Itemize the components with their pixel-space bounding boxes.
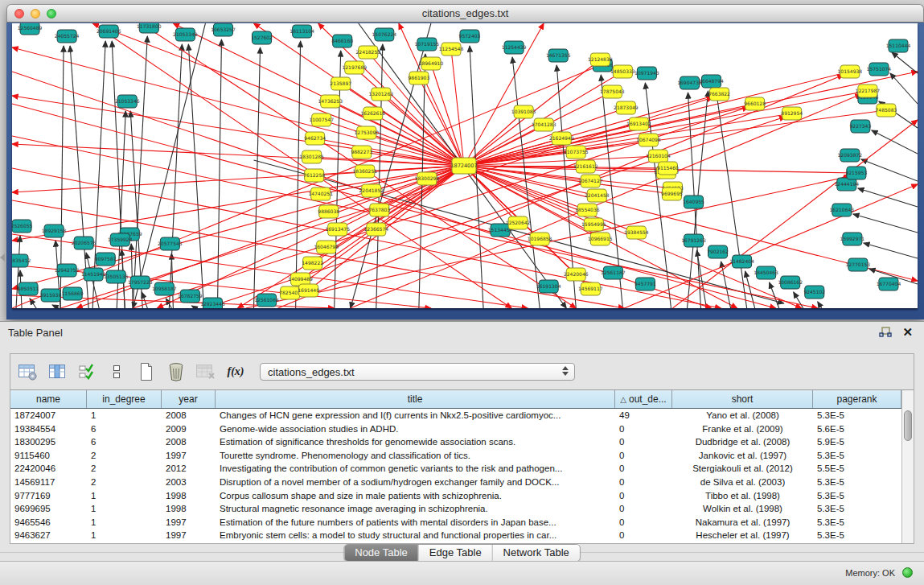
graph-node[interactable]: 12923446: [200, 298, 225, 308]
graph-edge[interactable]: [697, 250, 707, 308]
network-canvas[interactable]: 1256048924055724206914061173180021053349…: [12, 23, 918, 308]
graph-node[interactable]: 18301285: [299, 150, 324, 163]
tab-edge-table[interactable]: Edge Table: [419, 545, 493, 561]
table-cell[interactable]: 2: [87, 476, 162, 489]
graph-node[interactable]: 16648794: [699, 75, 724, 88]
graph-node[interactable]: 10674127: [578, 175, 603, 187]
close-panel-icon[interactable]: ✕: [902, 325, 913, 340]
graph-node[interactable]: 18964910: [419, 57, 444, 70]
graph-node[interactable]: 18724007: [450, 158, 477, 174]
show-rows-icon[interactable]: [106, 361, 127, 382]
graph-node[interactable]: 9215953: [845, 167, 867, 179]
column-header-out_de[interactable]: △out_de...: [615, 390, 672, 408]
table-cell[interactable]: Structural magnetic resonance image aver…: [216, 502, 615, 516]
table-cell[interactable]: Tourette syndrome. Phenomenology and cla…: [216, 449, 615, 463]
graph-node[interactable]: 10958187: [152, 282, 177, 295]
table-row[interactable]: 911546021997Tourette syndrome. Phenomeno…: [10, 449, 901, 463]
graph-node[interactable]: 9699695: [661, 187, 683, 200]
table-cell[interactable]: 0: [615, 489, 672, 503]
graph-node[interactable]: 18360251: [352, 165, 377, 178]
graph-node[interactable]: 9245102: [803, 286, 825, 299]
graph-edge[interactable]: [464, 94, 720, 166]
graph-node[interactable]: 13201263: [369, 88, 394, 101]
graph-edge[interactable]: [52, 305, 59, 308]
table-row[interactable]: 969969511998Structural magnetic resonanc…: [10, 502, 901, 516]
graph-node[interactable]: 22420046: [564, 268, 589, 281]
panel-collapse-handle-icon[interactable]: [0, 253, 5, 262]
graph-edge[interactable]: [818, 302, 822, 308]
table-cell[interactable]: Yano et al. (2008): [672, 409, 813, 422]
graph-node[interactable]: 18450463: [754, 266, 778, 279]
graph-node[interactable]: 5850511: [18, 282, 39, 295]
column-header-title[interactable]: title: [216, 390, 615, 408]
table-row[interactable]: 1872400712008Changes of HCN gene express…: [10, 409, 901, 422]
graph-edge[interactable]: [169, 44, 182, 308]
table-row[interactable]: 977716911998Corpus callosum shape and si…: [10, 489, 901, 503]
graph-node[interactable]: 9861903: [409, 72, 430, 84]
table-cell[interactable]: 5.3E-5: [813, 516, 901, 529]
graph-node[interactable]: 10653257: [211, 23, 236, 36]
column-header-name[interactable]: name: [10, 390, 87, 408]
table-row[interactable]: 1830029562008Estimation of significance …: [10, 435, 901, 449]
graph-node[interactable]: 10391083: [511, 105, 536, 118]
table-cell[interactable]: 1: [87, 502, 162, 516]
graph-node[interactable]: 17957223: [128, 276, 153, 289]
graph-node[interactable]: 11451942: [81, 268, 106, 281]
table-cell[interactable]: Changes of HCN gene expression and I(f) …: [216, 409, 615, 422]
graph-node[interactable]: 12561084: [254, 294, 279, 307]
graph-node[interactable]: 18554036: [575, 204, 600, 216]
network-graph[interactable]: 1256048924055724206914061173180021053349…: [12, 23, 918, 308]
graph-node[interactable]: 12124839: [588, 53, 613, 66]
graph-node[interactable]: 3915938: [40, 289, 62, 302]
graph-node[interactable]: 10719155: [415, 38, 440, 51]
show-columns-icon[interactable]: [47, 361, 68, 382]
table-cell[interactable]: Franke et al. (2009): [672, 422, 813, 436]
graph-node[interactable]: 20577543: [158, 237, 183, 250]
table-row[interactable]: 946554611997Estimation of the future num…: [10, 516, 901, 529]
graph-node[interactable]: 11007547: [309, 113, 334, 126]
table-cell[interactable]: 9777169: [10, 489, 87, 503]
graph-node[interactable]: 16791263: [681, 234, 706, 247]
table-cell[interactable]: 14569117: [10, 476, 87, 489]
graph-node[interactable]: 1156869: [62, 287, 84, 300]
graph-node[interactable]: 20691406: [97, 25, 121, 38]
graph-node[interactable]: 14569117: [578, 282, 603, 295]
graph-node[interactable]: 11254548: [439, 43, 464, 56]
table-cell[interactable]: 5.6E-5: [813, 422, 901, 436]
delete-icon[interactable]: [166, 361, 187, 382]
graph-node[interactable]: 18113104: [290, 25, 314, 38]
table-cell[interactable]: 0: [615, 449, 672, 463]
graph-node[interactable]: 14740251: [308, 187, 333, 200]
graph-node[interactable]: 7663822: [708, 88, 730, 101]
table-cell[interactable]: 0: [615, 529, 672, 542]
graph-edge[interactable]: [853, 214, 918, 233]
graph-node[interactable]: 15751074: [867, 63, 892, 76]
table-cell[interactable]: 2008: [162, 435, 216, 449]
graph-node[interactable]: 12520642: [506, 216, 531, 229]
table-row[interactable]: 1456911722003Disruption of a novel membe…: [10, 476, 901, 489]
table-cell[interactable]: 0: [615, 516, 672, 529]
table-cell[interactable]: Embryonic stem cells: a model to study s…: [216, 529, 615, 542]
graph-node[interactable]: 14736253: [318, 95, 343, 108]
graph-edge[interactable]: [217, 39, 221, 308]
graph-node[interactable]: 19384554: [624, 226, 649, 239]
graph-node[interactable]: 15110444: [886, 39, 911, 52]
graph-node[interactable]: 8466160: [331, 35, 353, 47]
table-selector-dropdown[interactable]: citations_edges.txt: [260, 363, 575, 381]
graph-node[interactable]: 16913402: [626, 117, 651, 130]
graph-node[interactable]: 21624949: [549, 132, 574, 145]
graph-edge[interactable]: [864, 243, 918, 258]
graph-node[interactable]: 12217987: [856, 84, 881, 97]
graph-node[interactable]: 10196858: [528, 233, 552, 245]
table-cell[interactable]: Nakamura et al. (1997): [672, 516, 813, 529]
graph-edge[interactable]: [470, 46, 483, 308]
graph-edge[interactable]: [191, 306, 195, 308]
graph-node[interactable]: 18300295: [415, 172, 440, 185]
graph-node[interactable]: 9462734: [304, 132, 326, 145]
column-header-in_degree[interactable]: in_degree: [87, 390, 162, 408]
table-cell[interactable]: Dudbridge et al. (2008): [672, 435, 813, 449]
new-document-icon[interactable]: [136, 361, 157, 382]
graph-node[interactable]: 12753090: [354, 126, 379, 139]
graph-node[interactable]: 10835412: [12, 254, 31, 267]
graph-edge[interactable]: [376, 44, 383, 308]
